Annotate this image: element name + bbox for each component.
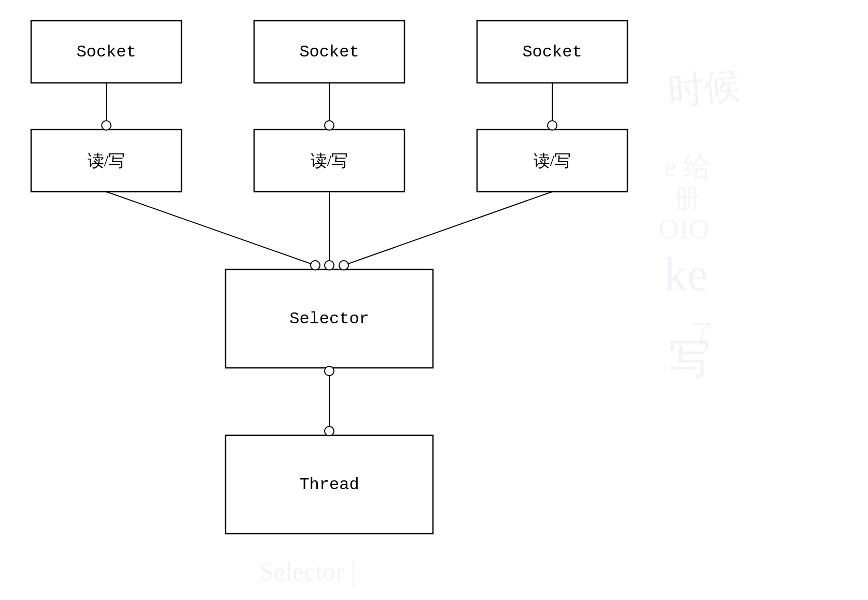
selector-label: Selector bbox=[289, 309, 369, 328]
thread-top-circle bbox=[325, 426, 334, 436]
watermark-4: OIO bbox=[659, 213, 709, 245]
rw3-to-selector-circle bbox=[339, 261, 348, 270]
watermark-5: ke bbox=[664, 249, 708, 300]
selector-bottom-circle bbox=[325, 366, 334, 376]
rw1-to-selector-circle bbox=[311, 261, 320, 270]
rw2-label: 读/写 bbox=[311, 151, 348, 170]
socket2-label: Socket bbox=[299, 42, 359, 62]
watermark-7: 写 bbox=[669, 336, 710, 382]
rw3-label: 读/写 bbox=[534, 151, 571, 170]
rw2-to-selector-circle bbox=[325, 261, 334, 270]
watermark-2: e 给 bbox=[664, 151, 712, 182]
socket2-to-rw2-circle bbox=[325, 121, 334, 130]
thread-label: Thread bbox=[299, 475, 359, 494]
socket1-label: Socket bbox=[76, 42, 136, 62]
architecture-diagram: 时候 e 给 册 OIO ke 了 写 Selector | Socket So… bbox=[0, 0, 868, 600]
watermark-8: Selector | bbox=[259, 557, 356, 586]
socket3-label: Socket bbox=[522, 42, 582, 62]
watermark-1: 时候 bbox=[666, 65, 742, 111]
diagram-container: 时候 e 给 册 OIO ke 了 写 Selector | Socket So… bbox=[0, 0, 868, 600]
socket1-to-rw1-circle bbox=[102, 121, 111, 130]
rw1-label: 读/写 bbox=[88, 151, 125, 170]
watermark-3: 册 bbox=[674, 184, 700, 213]
rw1-to-selector-line bbox=[106, 192, 315, 265]
rw3-to-selector-line bbox=[344, 192, 552, 265]
socket3-to-rw3-circle bbox=[548, 121, 557, 130]
